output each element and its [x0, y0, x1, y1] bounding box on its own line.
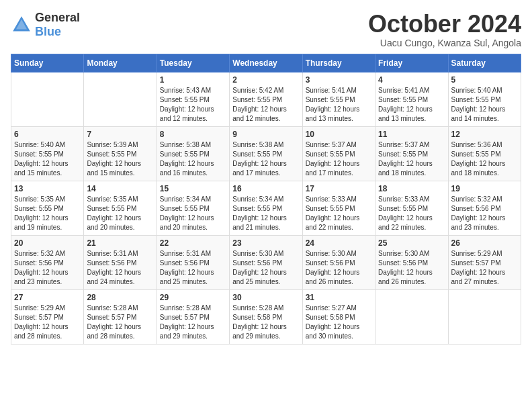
- sunset-text: Sunset: 5:56 PM: [451, 205, 501, 212]
- day-info: Sunrise: 5:42 AM Sunset: 5:55 PM Dayligh…: [232, 86, 299, 124]
- sunset-text: Sunset: 5:55 PM: [14, 205, 64, 212]
- daylight-text: Daylight: 12 hours and 13 minutes.: [306, 105, 360, 122]
- calendar-week-row: 6 Sunrise: 5:40 AM Sunset: 5:55 PM Dayli…: [11, 126, 521, 181]
- sunrise-text: Sunrise: 5:36 AM: [451, 141, 502, 148]
- day-info: Sunrise: 5:41 AM Sunset: 5:55 PM Dayligh…: [306, 86, 372, 124]
- sunset-text: Sunset: 5:55 PM: [378, 150, 428, 158]
- daylight-text: Daylight: 12 hours and 25 minutes.: [232, 269, 287, 285]
- sunset-text: Sunset: 5:55 PM: [232, 150, 282, 158]
- day-info: Sunrise: 5:30 AM Sunset: 5:56 PM Dayligh…: [378, 249, 445, 287]
- sunset-text: Sunset: 5:55 PM: [378, 96, 428, 103]
- day-info: Sunrise: 5:30 AM Sunset: 5:56 PM Dayligh…: [232, 249, 299, 287]
- day-info: Sunrise: 5:30 AM Sunset: 5:56 PM Dayligh…: [306, 249, 372, 287]
- daylight-text: Daylight: 12 hours and 25 minutes.: [160, 269, 214, 285]
- daylight-text: Daylight: 12 hours and 12 minutes.: [232, 105, 287, 122]
- day-info: Sunrise: 5:35 AM Sunset: 5:55 PM Dayligh…: [87, 195, 153, 232]
- day-info: Sunrise: 5:31 AM Sunset: 5:56 PM Dayligh…: [160, 249, 226, 287]
- sunrise-text: Sunrise: 5:30 AM: [232, 250, 283, 257]
- daylight-text: Daylight: 12 hours and 13 minutes.: [378, 105, 433, 122]
- day-number: 30: [232, 293, 299, 302]
- calendar-cell: 3 Sunrise: 5:41 AM Sunset: 5:55 PM Dayli…: [302, 72, 375, 126]
- day-number: 4: [378, 75, 445, 85]
- logo-icon: [11, 14, 32, 36]
- logo-blue-text: Blue: [35, 25, 61, 38]
- day-number: 5: [451, 75, 518, 85]
- calendar-cell: 30 Sunrise: 5:28 AM Sunset: 5:58 PM Dayl…: [230, 289, 302, 344]
- calendar-cell: 10 Sunrise: 5:37 AM Sunset: 5:55 PM Dayl…: [302, 126, 375, 181]
- sunrise-text: Sunrise: 5:41 AM: [378, 87, 429, 94]
- sunset-text: Sunset: 5:55 PM: [232, 96, 282, 103]
- day-info: Sunrise: 5:35 AM Sunset: 5:55 PM Dayligh…: [14, 195, 81, 232]
- day-info: Sunrise: 5:28 AM Sunset: 5:58 PM Dayligh…: [232, 304, 299, 341]
- calendar-cell: 22 Sunrise: 5:31 AM Sunset: 5:56 PM Dayl…: [157, 235, 229, 289]
- daylight-text: Daylight: 12 hours and 28 minutes.: [87, 323, 141, 340]
- daylight-text: Daylight: 12 hours and 16 minutes.: [160, 160, 214, 177]
- day-info: Sunrise: 5:39 AM Sunset: 5:55 PM Dayligh…: [87, 140, 153, 178]
- sunrise-text: Sunrise: 5:40 AM: [14, 141, 65, 148]
- day-number: 14: [87, 184, 153, 193]
- sunset-text: Sunset: 5:55 PM: [306, 150, 355, 158]
- day-number: 1: [160, 75, 226, 85]
- sunrise-text: Sunrise: 5:28 AM: [87, 304, 138, 312]
- weekday-header: Friday: [375, 54, 448, 72]
- day-number: 3: [306, 75, 372, 85]
- calendar-cell: 8 Sunrise: 5:38 AM Sunset: 5:55 PM Dayli…: [157, 126, 229, 181]
- day-info: Sunrise: 5:38 AM Sunset: 5:55 PM Dayligh…: [160, 140, 226, 178]
- sunrise-text: Sunrise: 5:38 AM: [160, 141, 211, 148]
- sunset-text: Sunset: 5:55 PM: [160, 150, 210, 158]
- weekday-header: Monday: [84, 54, 157, 72]
- calendar-cell: 7 Sunrise: 5:39 AM Sunset: 5:55 PM Dayli…: [84, 126, 157, 181]
- calendar-cell: [84, 72, 157, 126]
- sunset-text: Sunset: 5:57 PM: [451, 259, 501, 267]
- day-number: 20: [14, 238, 81, 248]
- daylight-text: Daylight: 12 hours and 22 minutes.: [378, 214, 433, 231]
- daylight-text: Daylight: 12 hours and 29 minutes.: [232, 323, 287, 340]
- day-info: Sunrise: 5:41 AM Sunset: 5:55 PM Dayligh…: [378, 86, 445, 124]
- sunrise-text: Sunrise: 5:30 AM: [378, 250, 429, 257]
- sunrise-text: Sunrise: 5:32 AM: [451, 195, 502, 203]
- sunset-text: Sunset: 5:55 PM: [232, 205, 282, 212]
- calendar-cell: 14 Sunrise: 5:35 AM Sunset: 5:55 PM Dayl…: [84, 181, 157, 235]
- day-number: 11: [378, 130, 445, 139]
- sunrise-text: Sunrise: 5:39 AM: [87, 141, 138, 148]
- day-info: Sunrise: 5:29 AM Sunset: 5:57 PM Dayligh…: [14, 304, 81, 341]
- day-number: 2: [232, 75, 299, 85]
- day-info: Sunrise: 5:40 AM Sunset: 5:55 PM Dayligh…: [14, 140, 81, 178]
- day-info: Sunrise: 5:34 AM Sunset: 5:55 PM Dayligh…: [160, 195, 226, 232]
- daylight-text: Daylight: 12 hours and 17 minutes.: [232, 160, 287, 177]
- weekday-header: Wednesday: [230, 54, 302, 72]
- calendar-cell: 24 Sunrise: 5:30 AM Sunset: 5:56 PM Dayl…: [302, 235, 375, 289]
- page-header: General Blue October 2024 Uacu Cungo, Kw…: [11, 11, 521, 48]
- day-info: Sunrise: 5:27 AM Sunset: 5:58 PM Dayligh…: [306, 304, 372, 341]
- daylight-text: Daylight: 12 hours and 20 minutes.: [87, 214, 141, 231]
- calendar-week-row: 20 Sunrise: 5:32 AM Sunset: 5:56 PM Dayl…: [11, 235, 521, 289]
- calendar-cell: 9 Sunrise: 5:38 AM Sunset: 5:55 PM Dayli…: [230, 126, 302, 181]
- daylight-text: Daylight: 12 hours and 23 minutes.: [451, 214, 506, 231]
- day-info: Sunrise: 5:34 AM Sunset: 5:55 PM Dayligh…: [232, 195, 299, 232]
- calendar-cell: 2 Sunrise: 5:42 AM Sunset: 5:55 PM Dayli…: [230, 72, 302, 126]
- day-number: 19: [451, 184, 518, 193]
- calendar-cell: 18 Sunrise: 5:33 AM Sunset: 5:55 PM Dayl…: [375, 181, 448, 235]
- location-title: Uacu Cungo, Kwanza Sul, Angola: [368, 38, 521, 48]
- sunset-text: Sunset: 5:55 PM: [451, 96, 501, 103]
- calendar-cell: 19 Sunrise: 5:32 AM Sunset: 5:56 PM Dayl…: [448, 181, 521, 235]
- sunrise-text: Sunrise: 5:37 AM: [378, 141, 429, 148]
- sunrise-text: Sunrise: 5:34 AM: [160, 195, 211, 203]
- day-info: Sunrise: 5:38 AM Sunset: 5:55 PM Dayligh…: [232, 140, 299, 178]
- calendar-cell: 12 Sunrise: 5:36 AM Sunset: 5:55 PM Dayl…: [448, 126, 521, 181]
- sunrise-text: Sunrise: 5:35 AM: [87, 195, 138, 203]
- sunset-text: Sunset: 5:56 PM: [306, 259, 355, 267]
- sunrise-text: Sunrise: 5:37 AM: [306, 141, 357, 148]
- day-number: 27: [14, 293, 81, 302]
- calendar-week-row: 13 Sunrise: 5:35 AM Sunset: 5:55 PM Dayl…: [11, 181, 521, 235]
- daylight-text: Daylight: 12 hours and 21 minutes.: [232, 214, 287, 231]
- calendar-week-row: 1 Sunrise: 5:43 AM Sunset: 5:55 PM Dayli…: [11, 72, 521, 126]
- day-number: 12: [451, 130, 518, 139]
- day-info: Sunrise: 5:37 AM Sunset: 5:55 PM Dayligh…: [306, 140, 372, 178]
- sunrise-text: Sunrise: 5:28 AM: [232, 304, 283, 312]
- sunset-text: Sunset: 5:56 PM: [87, 259, 136, 267]
- daylight-text: Daylight: 12 hours and 18 minutes.: [451, 160, 506, 177]
- calendar-cell: 5 Sunrise: 5:40 AM Sunset: 5:55 PM Dayli…: [448, 72, 521, 126]
- logo-general-text: General: [35, 11, 80, 24]
- weekday-header: Saturday: [448, 54, 521, 72]
